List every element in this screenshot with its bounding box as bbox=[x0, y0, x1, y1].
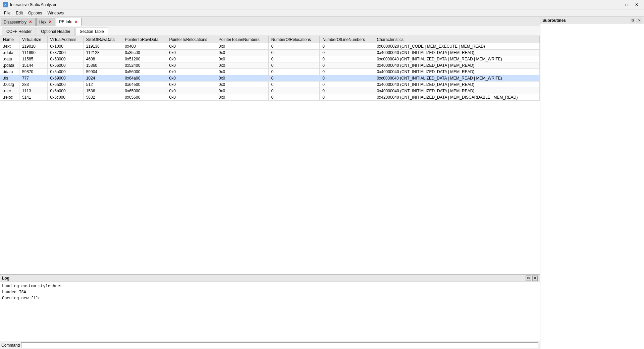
cell-name: .reloc bbox=[0, 94, 19, 101]
cell-numberOfRelocations: 0 bbox=[268, 62, 320, 69]
tab-disassembly-label: Disassembly bbox=[4, 20, 26, 24]
title-bar: A Interactive Static Analyzer ─ □ ✕ bbox=[0, 0, 644, 9]
tab-peinfo-close[interactable]: ✕ bbox=[74, 19, 78, 24]
cell-numberOfLineNumbers: 0 bbox=[320, 69, 374, 75]
cell-sizeOfRawData: 59904 bbox=[83, 69, 122, 75]
app-icon: A bbox=[3, 2, 8, 7]
table-row[interactable]: .idata598700x5a000599040x560000x00x0000x… bbox=[0, 69, 540, 75]
cell-numberOfLineNumbers: 0 bbox=[320, 82, 374, 88]
cell-numberOfLineNumbers: 0 bbox=[320, 94, 374, 101]
col-virtualsize: VirtualSize bbox=[19, 36, 47, 43]
cell-characteristics: 0x40000040 (CNT_INITIALIZED_DATA | MEM_R… bbox=[374, 82, 539, 88]
log-float-button[interactable]: ⧉ bbox=[526, 276, 531, 281]
cell-pointerToLineNumbers: 0x0 bbox=[216, 69, 268, 75]
maximize-button[interactable]: □ bbox=[622, 1, 631, 8]
menu-file[interactable]: File bbox=[1, 10, 13, 16]
command-label: Command bbox=[1, 343, 20, 348]
right-panel: Subroutines ⧉ ✕ bbox=[540, 17, 644, 349]
cell-pointerToRawData: 0x64a00 bbox=[122, 75, 166, 82]
log-panel: Log ⧉ ✕ Loading custom stylesheet Loaded… bbox=[0, 274, 540, 341]
cell-sizeOfRawData: 512 bbox=[83, 82, 122, 88]
cell-pointerToRawData: 0x65000 bbox=[122, 88, 166, 94]
section-table-container[interactable]: Name VirtualSize VirtualAddress SizeOfRa… bbox=[0, 36, 540, 274]
cell-virtualAddress: 0x5a000 bbox=[47, 69, 83, 75]
subtab-optional[interactable]: Optional Header bbox=[37, 28, 74, 36]
col-virtualaddress: VirtualAddress bbox=[47, 36, 83, 43]
tab-peinfo-label: PE Info bbox=[59, 19, 72, 24]
cell-numberOfRelocations: 0 bbox=[268, 88, 320, 94]
table-row[interactable]: .rsrc11130x6b00015360x650000x00x0000x400… bbox=[0, 88, 540, 94]
cell-virtualSize: 5141 bbox=[19, 94, 47, 101]
cell-name: .rdata bbox=[0, 50, 19, 56]
cell-pointerToRawData: 0x65600 bbox=[122, 94, 166, 101]
tab-hex[interactable]: Hex ✕ bbox=[36, 18, 55, 26]
cell-sizeOfRawData: 1536 bbox=[83, 88, 122, 94]
cell-pointerToRelocations: 0x0 bbox=[166, 56, 216, 62]
cell-virtualAddress: 0x6b000 bbox=[47, 88, 83, 94]
log-line-3: Opening new file bbox=[2, 295, 538, 301]
table-row[interactable]: .00cfg2830x6a0005120x64e000x00x0000x4000… bbox=[0, 82, 540, 88]
menu-bar: File Edit Options Windows bbox=[0, 9, 644, 17]
cell-pointerToRelocations: 0x0 bbox=[166, 75, 216, 82]
col-numberoflinenumbers: NumberOfLineNumbers bbox=[320, 36, 374, 43]
cell-virtualAddress: 0x6a000 bbox=[47, 82, 83, 88]
tab-disassembly[interactable]: Disassembly ✕ bbox=[1, 18, 36, 26]
table-row[interactable]: .pdata151440x56000153600x524000x00x0000x… bbox=[0, 62, 540, 69]
tab-disassembly-close[interactable]: ✕ bbox=[28, 20, 33, 24]
tab-bar: Disassembly ✕ Hex ✕ PE Info ✕ bbox=[0, 17, 540, 26]
minimize-button[interactable]: ─ bbox=[612, 1, 621, 8]
menu-edit[interactable]: Edit bbox=[13, 10, 25, 16]
subroutines-float-button[interactable]: ⧉ bbox=[630, 18, 635, 23]
cell-pointerToRelocations: 0x0 bbox=[166, 43, 216, 50]
tab-peinfo[interactable]: PE Info ✕ bbox=[56, 18, 81, 26]
tab-hex-label: Hex bbox=[39, 20, 46, 24]
cell-name: .text bbox=[0, 43, 19, 50]
cell-sizeOfRawData: 5632 bbox=[83, 94, 122, 101]
cell-virtualSize: 1113 bbox=[19, 88, 47, 94]
cell-pointerToLineNumbers: 0x0 bbox=[216, 43, 268, 50]
command-input[interactable] bbox=[21, 342, 538, 348]
cell-name: .rsrc bbox=[0, 88, 19, 94]
subtab-section[interactable]: Section Table bbox=[75, 28, 108, 36]
cell-characteristics: 0xc0000040 (CNT_INITIALIZED_DATA | MEM_R… bbox=[374, 56, 539, 62]
table-row[interactable]: .rdata1118900x370001121280x35c000x00x000… bbox=[0, 50, 540, 56]
col-pointertorelocations: PointerToRelocations bbox=[166, 36, 216, 43]
cell-pointerToLineNumbers: 0x0 bbox=[216, 94, 268, 101]
cell-pointerToRawData: 0x64e00 bbox=[122, 82, 166, 88]
cell-numberOfRelocations: 0 bbox=[268, 69, 320, 75]
cell-characteristics: 0x40000040 (CNT_INITIALIZED_DATA | MEM_R… bbox=[374, 69, 539, 75]
subtab-coff[interactable]: COFF Header bbox=[2, 28, 36, 36]
table-row[interactable]: .text2190100x10002191360x4000x00x0000x60… bbox=[0, 43, 540, 50]
close-button[interactable]: ✕ bbox=[632, 1, 641, 8]
menu-options[interactable]: Options bbox=[25, 10, 45, 16]
cell-pointerToRelocations: 0x0 bbox=[166, 50, 216, 56]
cell-pointerToLineNumbers: 0x0 bbox=[216, 56, 268, 62]
cell-characteristics: 0x40000040 (CNT_INITIALIZED_DATA | MEM_R… bbox=[374, 88, 539, 94]
col-sizeofrawdata: SizeOfRawData bbox=[83, 36, 122, 43]
table-row[interactable]: .reloc51410x6c00056320x656000x00x0000x42… bbox=[0, 94, 540, 101]
cell-numberOfLineNumbers: 0 bbox=[320, 75, 374, 82]
table-row[interactable]: .data115850x5300046080x512000x00x0000xc0… bbox=[0, 56, 540, 62]
cell-characteristics: 0x42000040 (CNT_INITIALIZED_DATA | MEM_D… bbox=[374, 94, 539, 101]
main-container: Disassembly ✕ Hex ✕ PE Info ✕ COFF Heade… bbox=[0, 17, 644, 349]
subroutines-header: Subroutines ⧉ ✕ bbox=[540, 17, 644, 24]
cell-virtualSize: 11585 bbox=[19, 56, 47, 62]
cell-characteristics: 0x40000040 (CNT_INITIALIZED_DATA | MEM_R… bbox=[374, 62, 539, 69]
menu-windows[interactable]: Windows bbox=[45, 10, 66, 16]
subroutines-content bbox=[540, 24, 644, 349]
cell-numberOfRelocations: 0 bbox=[268, 43, 320, 50]
cell-name: .tls bbox=[0, 75, 19, 82]
log-close-button[interactable]: ✕ bbox=[532, 276, 538, 281]
cell-pointerToRawData: 0x51200 bbox=[122, 56, 166, 62]
table-row[interactable]: .tls7770x6900010240x64a000x00x0000xc0000… bbox=[0, 75, 540, 82]
cell-numberOfLineNumbers: 0 bbox=[320, 56, 374, 62]
cell-numberOfLineNumbers: 0 bbox=[320, 50, 374, 56]
subroutines-close-button[interactable]: ✕ bbox=[637, 18, 642, 23]
tab-hex-close[interactable]: ✕ bbox=[48, 20, 52, 24]
cell-virtualSize: 59870 bbox=[19, 69, 47, 75]
cell-name: .pdata bbox=[0, 62, 19, 69]
cell-pointerToRelocations: 0x0 bbox=[166, 82, 216, 88]
cell-sizeOfRawData: 15360 bbox=[83, 62, 122, 69]
cell-sizeOfRawData: 112128 bbox=[83, 50, 122, 56]
cell-virtualSize: 111890 bbox=[19, 50, 47, 56]
